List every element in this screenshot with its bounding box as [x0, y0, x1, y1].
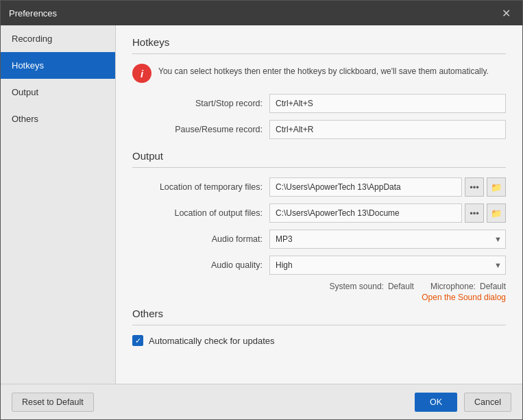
others-section-header: Others — [132, 308, 506, 325]
sidebar: Recording Hotkeys Output Others — [1, 25, 116, 384]
pause-resume-row: Pause/Resume record: — [132, 120, 506, 139]
output-section: Output Location of temporary files: ••• … — [132, 150, 506, 302]
preferences-window: Preferences ✕ Recording Hotkeys Output O… — [0, 0, 523, 420]
output-section-header: Output — [132, 150, 506, 168]
pause-resume-label: Pause/Resume record: — [132, 125, 269, 134]
audio-format-select-wrapper: MP3 AAC WMA OGG ▼ — [269, 230, 506, 249]
temp-files-input[interactable] — [269, 177, 462, 197]
auto-check-label: Automatically check for updates — [149, 336, 275, 346]
close-button[interactable]: ✕ — [498, 5, 514, 21]
temp-files-controls: ••• 📁 — [269, 177, 506, 197]
output-files-input[interactable] — [269, 203, 462, 223]
info-box: i You can select hotkeys then enter the … — [132, 64, 506, 83]
system-sound-value: Default — [388, 282, 414, 291]
system-sound-label: System sound: — [330, 282, 384, 291]
audio-format-row: Audio format: MP3 AAC WMA OGG ▼ — [132, 230, 506, 249]
main-layout: Recording Hotkeys Output Others Hotkeys … — [1, 25, 522, 384]
start-stop-input[interactable] — [269, 94, 506, 113]
temp-files-label: Location of temporary files: — [132, 182, 269, 192]
audio-format-label: Audio format: — [132, 234, 269, 244]
ok-button[interactable]: OK — [415, 393, 457, 412]
reset-to-default-button[interactable]: Reset to Default — [12, 393, 94, 412]
output-files-controls: ••• 📁 — [269, 203, 506, 223]
start-stop-label: Start/Stop record: — [132, 99, 269, 108]
audio-quality-label: Audio quality: — [132, 260, 269, 270]
microphone-label: Microphone: — [430, 282, 476, 291]
sidebar-item-hotkeys[interactable]: Hotkeys — [1, 52, 115, 79]
audio-quality-row: Audio quality: High Medium Low ▼ — [132, 256, 506, 275]
output-files-row: Location of output files: ••• 📁 — [132, 203, 506, 223]
output-files-dots-button[interactable]: ••• — [465, 203, 484, 223]
output-files-label: Location of output files: — [132, 208, 269, 218]
output-files-folder-button[interactable]: 📁 — [487, 203, 506, 223]
content-area: Hotkeys i You can select hotkeys then en… — [116, 25, 522, 384]
folder-icon: 📁 — [491, 182, 502, 193]
start-stop-row: Start/Stop record: — [132, 94, 506, 113]
audio-format-select[interactable]: MP3 AAC WMA OGG — [269, 230, 506, 249]
info-icon: i — [132, 64, 151, 83]
sidebar-item-others[interactable]: Others — [1, 106, 115, 132]
auto-check-row: ✓ Automatically check for updates — [132, 335, 506, 346]
sidebar-item-output[interactable]: Output — [1, 79, 115, 106]
temp-files-dots-button[interactable]: ••• — [465, 177, 484, 197]
temp-files-row: Location of temporary files: ••• 📁 — [132, 177, 506, 197]
system-sound-item: System sound: Default — [330, 282, 414, 291]
window-title: Preferences — [9, 8, 57, 18]
open-sound-dialog-link[interactable]: Open the Sound dialog — [132, 293, 506, 302]
audio-quality-select[interactable]: High Medium Low — [269, 256, 506, 275]
others-section: Others ✓ Automatically check for updates — [132, 308, 506, 346]
microphone-item: Microphone: Default — [430, 282, 506, 291]
audio-quality-select-wrapper: High Medium Low ▼ — [269, 256, 506, 275]
hotkeys-section-header: Hotkeys — [132, 36, 506, 54]
folder-icon-2: 📁 — [491, 208, 502, 219]
footer: Reset to Default OK Cancel — [1, 384, 522, 419]
sound-info-row: System sound: Default Microphone: Defaul… — [132, 282, 506, 291]
microphone-value: Default — [480, 282, 506, 291]
cancel-button[interactable]: Cancel — [464, 393, 511, 412]
title-bar: Preferences ✕ — [1, 1, 522, 25]
temp-files-folder-button[interactable]: 📁 — [487, 177, 506, 197]
footer-right: OK Cancel — [415, 393, 511, 412]
auto-check-checkbox[interactable]: ✓ — [132, 335, 143, 346]
pause-resume-input[interactable] — [269, 120, 506, 139]
sidebar-item-recording[interactable]: Recording — [1, 25, 115, 52]
info-text: You can select hotkeys then enter the ho… — [158, 64, 489, 77]
